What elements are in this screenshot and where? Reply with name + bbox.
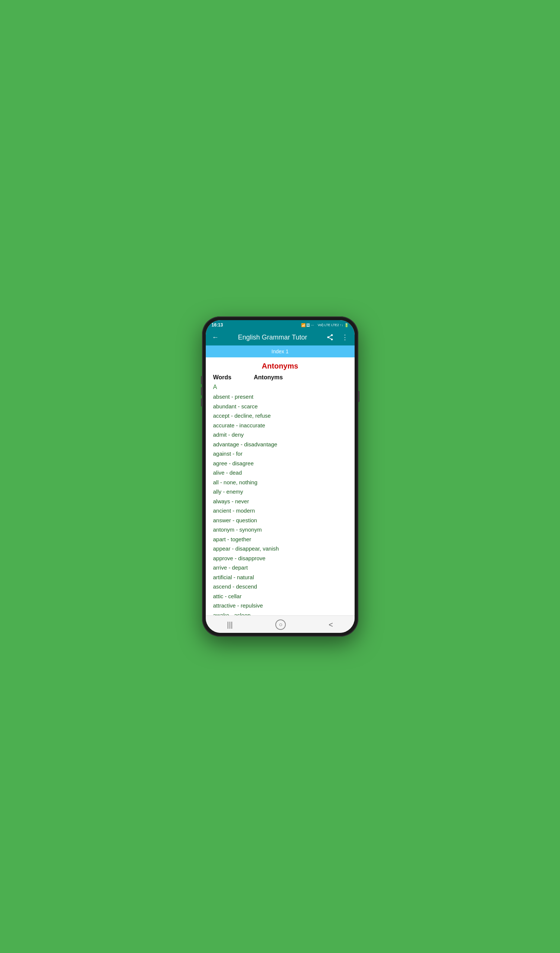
list-item: ally - enemy (213, 487, 347, 497)
list-item: all - none, nothing (213, 478, 347, 487)
list-item: agree - disagree (213, 459, 347, 468)
list-item: ascend - descend (213, 582, 347, 591)
nav-home-button[interactable]: ○ (275, 619, 286, 630)
list-item: advantage - disadvantage (213, 440, 347, 449)
list-item: artificial - natural (213, 573, 347, 582)
antonym-list: absent - presentabundant - scarceaccept … (213, 392, 347, 615)
letter-a: A (213, 384, 347, 391)
list-item: antonym - synonym (213, 525, 347, 535)
list-item: awake - asleep (213, 610, 347, 616)
phone-frame: 16:13 📶 🖼 ··· Vol) LTE LTE2 ↑↓ 🔋 ← Engli… (202, 317, 358, 636)
content-area[interactable]: Antonyms Words Antonyms A absent - prese… (206, 357, 355, 615)
nav-bar: ||| ○ < (206, 615, 355, 633)
nav-menu-button[interactable]: ||| (227, 621, 233, 629)
status-icons: 📶 🖼 ··· Vol) LTE LTE2 ↑↓ 🔋 (301, 323, 348, 327)
list-item: admit - deny (213, 430, 347, 440)
list-item: alive - dead (213, 468, 347, 478)
status-time: 16:13 (212, 322, 223, 327)
nav-back-button[interactable]: < (329, 621, 333, 629)
col-words: Words (213, 374, 231, 381)
app-title: English Grammar Tutor (225, 334, 320, 341)
list-item: absent - present (213, 392, 347, 402)
col-antonyms: Antonyms (254, 374, 283, 381)
list-item: always - never (213, 497, 347, 506)
power-button (358, 391, 360, 402)
list-item: accept - decline, refuse (213, 411, 347, 421)
status-bar: 16:13 📶 🖼 ··· Vol) LTE LTE2 ↑↓ 🔋 (206, 320, 355, 329)
app-bar: ← English Grammar Tutor ⋮ (206, 329, 355, 346)
signal-icon: 📶 (301, 323, 306, 327)
share-icon (326, 334, 334, 341)
list-item: ancient - modern (213, 506, 347, 515)
phone-screen: 16:13 📶 🖼 ··· Vol) LTE LTE2 ↑↓ 🔋 ← Engli… (206, 320, 355, 633)
list-item: attic - cellar (213, 591, 347, 601)
share-button[interactable] (325, 332, 335, 343)
more-options-button[interactable]: ⋮ (340, 332, 350, 343)
list-item: approve - disapprove (213, 554, 347, 563)
more-icon: ··· (311, 323, 314, 327)
list-item: answer - question (213, 515, 347, 525)
battery-icon: 🔋 (344, 323, 349, 327)
wifi-icon: 🖼 (306, 323, 310, 327)
volume-buttons (201, 376, 202, 407)
list-item: attractive - repulsive (213, 601, 347, 610)
section-title: Antonyms (213, 362, 347, 370)
list-item: appear - disappear, vanish (213, 544, 347, 554)
table-header: Words Antonyms (213, 374, 347, 381)
list-item: arrive - depart (213, 563, 347, 573)
list-item: apart - together (213, 535, 347, 544)
back-button[interactable]: ← (210, 332, 221, 343)
index-tab[interactable]: Index 1 (206, 346, 355, 357)
lte-text: Vol) LTE LTE2 ↑↓ (318, 323, 343, 327)
list-item: accurate - inaccurate (213, 421, 347, 430)
list-item: abundant - scarce (213, 402, 347, 411)
list-item: against - for (213, 449, 347, 459)
